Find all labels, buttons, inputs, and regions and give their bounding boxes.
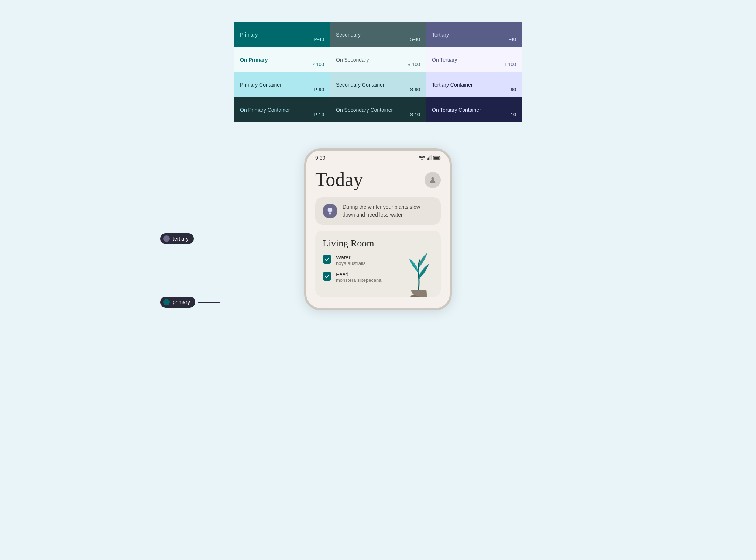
primary-dot	[163, 299, 170, 305]
svg-rect-2	[428, 158, 429, 160]
palette-cell-primary-container: Primary Container P-90	[234, 72, 330, 97]
task-label-water: Water	[336, 254, 365, 260]
primary-annotation-pill: primary	[160, 297, 195, 308]
phone-header: Today	[315, 169, 441, 190]
svg-point-8	[431, 177, 434, 180]
palette-cell-on-primary: On Primary P-100	[234, 47, 330, 72]
palette-code-on-primary-container: P-10	[314, 112, 324, 117]
signal-icon	[427, 155, 432, 160]
palette-section: Primary P-40 Secondary S-40 Tertiary T-4…	[234, 22, 522, 122]
palette-label-tertiary: Tertiary	[432, 31, 449, 38]
task-text-feed: Feed monstera siltepecana	[336, 271, 382, 283]
tip-icon-wrapper	[323, 204, 337, 218]
palette-label-secondary-container: Secondary Container	[336, 82, 385, 88]
phone-section: tertiary primary 9:30	[234, 148, 522, 310]
plant-svg	[400, 249, 437, 297]
svg-rect-9	[329, 213, 331, 214]
task-sublabel-water: hoya australis	[336, 260, 365, 266]
tertiary-annotation-line	[197, 239, 219, 239]
palette-label-on-primary-container: On Primary Container	[240, 107, 290, 113]
palette-code-secondary: S-40	[410, 37, 420, 42]
palette-cell-on-secondary-container: On Secondary Container S-10	[330, 97, 426, 122]
avatar-button[interactable]	[425, 172, 441, 188]
svg-rect-7	[440, 157, 441, 159]
tip-text: During the winter your plants slow down …	[343, 203, 433, 219]
palette-cell-secondary-container: Secondary Container S-90	[330, 72, 426, 97]
primary-annotation: primary	[160, 297, 220, 308]
palette-label-on-primary: On Primary	[240, 56, 268, 63]
palette-code-on-tertiary: T-100	[504, 62, 516, 67]
task-sublabel-feed: monstera siltepecana	[336, 277, 382, 283]
palette-cell-on-primary-container: On Primary Container P-10	[234, 97, 330, 122]
status-icons	[419, 155, 441, 160]
bulb-icon	[326, 207, 334, 215]
svg-rect-6	[434, 157, 439, 159]
svg-rect-3	[429, 156, 430, 160]
primary-annotation-line	[198, 302, 220, 303]
palette-label-on-secondary: On Secondary	[336, 56, 369, 63]
palette-cell-primary: Primary P-40	[234, 22, 330, 47]
palette-code-secondary-container: S-90	[410, 87, 420, 92]
palette-code-on-secondary-container: S-10	[410, 112, 420, 117]
check-icon-water	[324, 257, 330, 262]
svg-rect-1	[427, 158, 428, 160]
palette-label-secondary: Secondary	[336, 31, 361, 38]
phone-frame: 9:30	[304, 148, 452, 310]
palette-label-primary-container: Primary Container	[240, 82, 282, 88]
wifi-icon	[419, 155, 425, 160]
svg-point-0	[421, 159, 423, 160]
status-time: 9:30	[315, 155, 325, 161]
palette-cell-on-tertiary-container: On Tertiary Container T-10	[426, 97, 522, 122]
plant-illustration	[400, 249, 437, 297]
room-title: Living Room	[323, 238, 433, 249]
palette-code-on-tertiary-container: T-10	[506, 112, 516, 117]
battery-icon	[433, 156, 441, 160]
task-checkbox-feed[interactable]	[323, 272, 331, 281]
status-bar: 9:30	[306, 151, 450, 163]
tertiary-annotation-pill: tertiary	[160, 233, 194, 244]
palette-label-tertiary-container: Tertiary Container	[432, 82, 473, 88]
check-icon-feed	[324, 274, 330, 279]
palette-label-on-tertiary-container: On Tertiary Container	[432, 107, 481, 113]
palette-code-on-secondary: S-100	[407, 62, 420, 67]
tertiary-annotation-label: tertiary	[173, 236, 189, 242]
palette-cell-on-secondary: On Secondary S-100	[330, 47, 426, 72]
phone-content: Today During the winter y	[306, 163, 450, 308]
palette-cell-on-tertiary: On Tertiary T-100	[426, 47, 522, 72]
svg-rect-10	[329, 214, 331, 214]
palette-label-on-tertiary: On Tertiary	[432, 56, 457, 63]
palette-label-primary: Primary	[240, 31, 258, 38]
tip-card: During the winter your plants slow down …	[315, 197, 441, 225]
svg-rect-4	[431, 155, 432, 160]
palette-code-tertiary-container: T-90	[506, 87, 516, 92]
tertiary-dot	[163, 235, 170, 242]
task-checkbox-water[interactable]	[323, 255, 331, 264]
palette-grid: Primary P-40 Secondary S-40 Tertiary T-4…	[234, 22, 522, 122]
room-card: Living Room Water hoya australis	[315, 231, 441, 297]
task-label-feed: Feed	[336, 271, 382, 277]
tertiary-annotation: tertiary	[160, 233, 219, 244]
palette-code-primary: P-40	[314, 37, 324, 42]
user-icon	[429, 176, 437, 184]
palette-code-on-primary: P-100	[311, 62, 324, 67]
palette-code-tertiary: T-40	[506, 37, 516, 42]
palette-cell-secondary: Secondary S-40	[330, 22, 426, 47]
palette-code-primary-container: P-90	[314, 87, 324, 92]
palette-label-on-secondary-container: On Secondary Container	[336, 107, 393, 113]
palette-cell-tertiary-container: Tertiary Container T-90	[426, 72, 522, 97]
palette-cell-tertiary: Tertiary T-40	[426, 22, 522, 47]
primary-annotation-label: primary	[173, 299, 190, 305]
task-text-water: Water hoya australis	[336, 254, 365, 266]
phone-title: Today	[315, 169, 363, 190]
